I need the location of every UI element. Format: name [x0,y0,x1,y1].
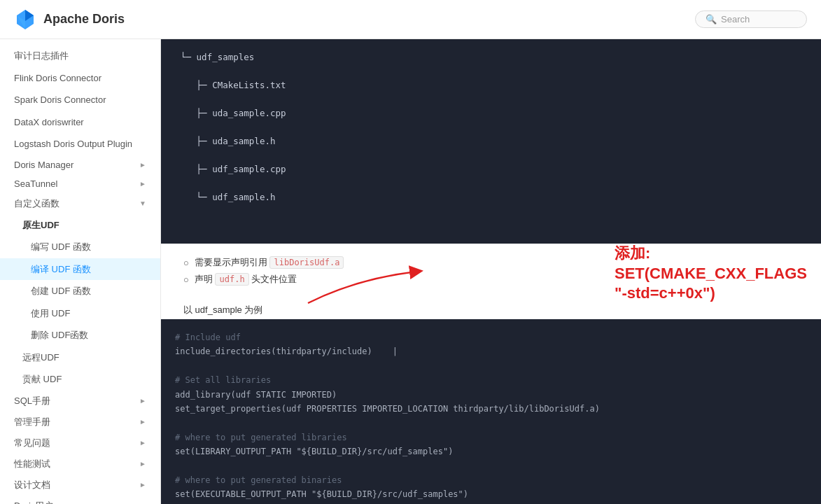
example-label: 以 udf_sample 为例 [161,298,821,319]
bullet-item-1: ○ 需要显示声明引用 libDorisUdf.a [183,256,799,269]
sidebar-section-native-udf: 原生UDF [0,214,160,237]
sidebar-item-doris-manager[interactable]: Doris Manager ► [0,155,160,174]
chevron-right-icon: ► [139,161,146,169]
sidebar-item-spark-connector[interactable]: Spark Doris Connector [0,89,160,111]
chevron-right-icon: ► [139,397,146,405]
sidebar-item-faq[interactable]: 常见问题 ► [0,433,160,454]
sidebar-item-datax[interactable]: DataX doriswriter [0,111,160,134]
header: Apache Doris 🔍 Search [0,0,821,39]
sidebar-item-create-udf[interactable]: 创建 UDF 函数 [0,280,160,302]
header-logo: Apache Doris [14,8,125,31]
file-tree-code-block: └─ udf_samples ├─ CMakeLists.txt ├─ uda_… [161,39,821,244]
inline-code-libdoris: libDorisUdf.a [269,256,344,269]
sidebar-item-remote-udf[interactable]: 远程UDF [0,346,160,369]
body: 审计日志插件 Flink Doris Connector Spark Doris… [0,39,821,504]
sidebar-item-sql-manual[interactable]: SQL手册 ► [0,391,160,412]
sidebar-item-compile-udf[interactable]: 编译 UDF 函数 [0,258,160,281]
search-icon: 🔍 [706,14,717,24]
sidebar-item-write-udf[interactable]: 编写 UDF 函数 [0,236,160,258]
sidebar-item-delete-udf[interactable]: 删除 UDF函数 [0,324,160,346]
annotation-area: ○ 需要显示声明引用 libDorisUdf.a ○ 声明 udf.h 头文件位… [161,244,821,298]
sidebar-item-use-udf[interactable]: 使用 UDF [0,302,160,325]
sidebar-item-contribute-udf[interactable]: 贡献 UDF [0,368,160,391]
chevron-right-icon: ► [139,481,146,489]
sidebar-item-audit-plugin[interactable]: 审计日志插件 [0,45,160,67]
chevron-right-icon: ► [139,439,146,447]
sidebar-item-doris-users[interactable]: Doris用户 ► [0,496,160,505]
chevron-down-icon: ▼ [139,200,146,207]
chevron-right-icon: ► [139,418,146,426]
search-placeholder: Search [721,14,750,24]
sidebar: 审计日志插件 Flink Doris Connector Spark Doris… [0,39,161,504]
sidebar-item-perf-test[interactable]: 性能测试 ► [0,454,160,475]
inline-code-udfh: udf.h [215,273,248,286]
cmake-code-block: # Include udf include_directories(thirdp… [161,319,821,504]
bullet-item-2: ○ 声明 udf.h 头文件位置 [183,273,799,286]
sidebar-item-custom-fn[interactable]: 自定义函数 ▼ [0,193,160,214]
search-box[interactable]: 🔍 Search [695,10,807,28]
chevron-right-icon: ► [139,460,146,468]
sidebar-item-design-docs[interactable]: 设计文档 ► [0,475,160,496]
apache-doris-logo-icon [14,8,36,31]
chevron-right-icon: ► [139,180,146,188]
sidebar-item-seatunnel[interactable]: SeaTunnel ► [0,174,160,193]
sidebar-item-admin-manual[interactable]: 管理手册 ► [0,412,160,433]
main-content: └─ udf_samples ├─ CMakeLists.txt ├─ uda_… [161,39,821,504]
sidebar-item-flink-connector[interactable]: Flink Doris Connector [0,67,160,90]
app-title: Apache Doris [43,12,125,27]
sidebar-item-logstash[interactable]: Logstash Doris Output Plugin [0,133,160,155]
